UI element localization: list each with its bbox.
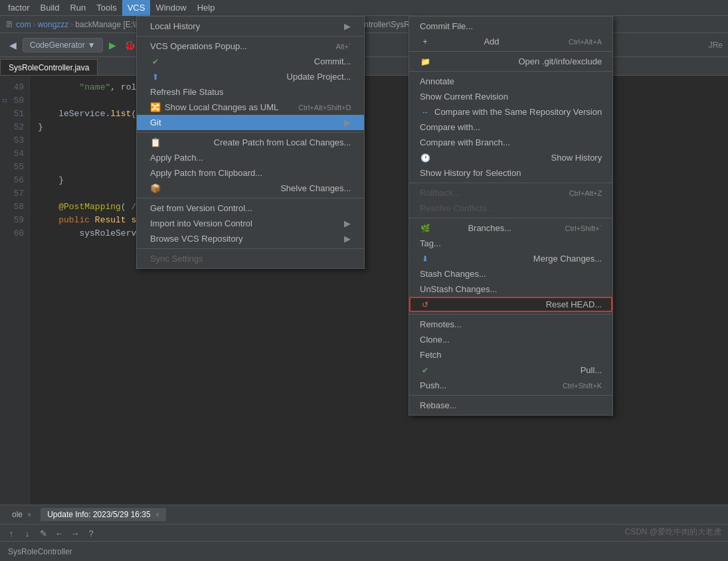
back-icon[interactable]: ◀ — [5, 38, 20, 52]
fwd-nav-btn[interactable]: → — [69, 527, 81, 539]
git-open-exclude[interactable]: 📁 Open .git/info/exclude — [409, 54, 612, 69]
vcs-apply-patch[interactable]: Apply Patch... — [137, 150, 364, 165]
git-compare-branch[interactable]: Compare with Branch... — [409, 135, 612, 150]
git-compare-same[interactable]: ↔ Compare with the Same Repository Versi… — [409, 104, 612, 120]
bottom-tab-ole-label: ole — [12, 510, 23, 519]
git-unstash-label: UnStash Changes... — [420, 284, 497, 294]
bottom-tab-ole[interactable]: ole × — [5, 508, 38, 521]
bottom-tabs: ole × Update Info: 2023/5/29 16:35 × — [0, 505, 728, 524]
git-div-4 — [409, 218, 612, 218]
vcs-shelve[interactable]: 📦 Shelve Changes... — [137, 181, 364, 196]
vcs-browse[interactable]: Browse VCS Repository ▶ — [137, 231, 364, 246]
vcs-create-patch[interactable]: 📋 Create Patch from Local Changes... — [137, 135, 364, 150]
bottom-tab-ole-close[interactable]: × — [27, 511, 31, 519]
git-div-1 — [409, 51, 612, 52]
code-generator-label: CodeGenerator — [30, 40, 85, 50]
vcs-shelve-label: Shelve Changes... — [280, 183, 351, 193]
git-stash[interactable]: Stash Changes... — [409, 266, 612, 281]
git-reset-head[interactable]: ↺ Reset HEAD... — [409, 297, 612, 312]
menu-vcs[interactable]: VCS — [122, 0, 151, 16]
git-compare-icon: ↔ — [420, 108, 430, 117]
bottom-panel: ole × Update Info: 2023/5/29 16:35 × ↑ ↓… — [0, 505, 728, 541]
menu-tools[interactable]: Tools — [91, 0, 122, 16]
breadcrumb-sep1: › — [33, 20, 36, 29]
vcs-commit[interactable]: ✔ Commit... — [137, 54, 364, 69]
git-pull-label: Pull... — [581, 365, 602, 375]
git-compare-with[interactable]: Compare with... — [409, 120, 612, 135]
vcs-apply-patch-label: Apply Patch... — [150, 153, 203, 163]
git-show-revision[interactable]: Show Current Revision — [409, 89, 612, 104]
git-commit-file[interactable]: Commit File... — [409, 19, 612, 34]
git-branches[interactable]: 🌿 Branches... Ctrl+Shift+` — [409, 220, 612, 236]
vcs-local-history[interactable]: Local History ▶ — [137, 19, 364, 34]
git-merge[interactable]: ⬇ Merge Changes... — [409, 251, 612, 266]
vcs-get-from-vcs[interactable]: Get from Version Control... — [137, 200, 364, 216]
file-tab-label: SysRoleController.java — [9, 63, 89, 72]
back-nav-btn[interactable]: ← — [53, 527, 65, 539]
vcs-browse-arrow: ▶ — [344, 234, 351, 244]
vcs-apply-clipboard-label: Apply Patch from Clipboard... — [150, 168, 262, 178]
git-rollback[interactable]: Rollback... Ctrl+Alt+Z — [409, 185, 612, 200]
git-branches-shortcut: Ctrl+Shift+` — [565, 224, 602, 232]
line-56: 56 — [0, 174, 29, 187]
git-tag-label: Tag... — [420, 238, 441, 248]
git-resolve-conflicts: Resolve Conflicts... — [409, 200, 612, 216]
vcs-divider-4 — [137, 248, 364, 249]
breadcrumb-sep2: › — [70, 20, 73, 29]
edit-btn[interactable]: ✎ — [37, 527, 49, 539]
breadcrumb-wongzzz[interactable]: wongzzz — [38, 20, 69, 29]
git-add[interactable]: + Add Ctrl+Alt+A — [409, 34, 612, 49]
bottom-tab-update[interactable]: Update Info: 2023/5/29 16:35 × — [41, 508, 166, 521]
line-52: 52 — [0, 121, 29, 134]
vcs-git-label: Git — [150, 118, 161, 127]
file-tab-sysrole[interactable]: SysRoleController.java — [0, 59, 98, 75]
git-push-label: Push... — [420, 380, 446, 390]
run-icon[interactable]: ▶ — [106, 38, 120, 52]
vcs-patch-icon: 📋 — [150, 137, 161, 147]
vcs-refresh-label: Refresh File Status — [150, 87, 224, 97]
menu-window[interactable]: Window — [150, 0, 191, 16]
vcs-show-uml[interactable]: 🔀 Show Local Changes as UML Ctrl+Alt+Shi… — [137, 100, 364, 115]
git-reset-label: Reset HEAD... — [546, 299, 602, 309]
git-clone[interactable]: Clone... — [409, 332, 612, 347]
git-tag[interactable]: Tag... — [409, 236, 612, 251]
vcs-import-arrow: ▶ — [344, 218, 351, 228]
git-remotes[interactable]: Remotes... — [409, 317, 612, 332]
vcs-git[interactable]: Git ▶ — [137, 115, 364, 130]
vcs-operations-shortcut: Alt+` — [336, 42, 351, 50]
vcs-refresh-status[interactable]: Refresh File Status — [137, 84, 364, 100]
vcs-update-label: Update Project... — [287, 72, 351, 82]
watermark: CSDN @爱吃牛肉的大老虎 — [624, 526, 721, 538]
vcs-import-label: Import into Version Control — [150, 218, 252, 228]
vcs-local-history-label: Local History — [150, 21, 200, 31]
git-rebase[interactable]: Rebase... — [409, 398, 612, 413]
breadcrumb-com[interactable]: com — [16, 20, 31, 29]
vcs-operations-popup[interactable]: VCS Operations Popup... Alt+` — [137, 39, 364, 54]
menu-build[interactable]: Build — [35, 0, 65, 16]
git-pull[interactable]: ✔ Pull... — [409, 362, 612, 378]
scroll-up-btn[interactable]: ↑ — [5, 527, 17, 539]
vcs-update-project[interactable]: ⬆ Update Project... — [137, 69, 364, 84]
line-53: 53 — [0, 134, 29, 147]
code-content[interactable]: "name", role.getName()); leService.list(… — [30, 76, 728, 505]
menu-factor[interactable]: factor — [3, 0, 35, 16]
vcs-commit-icon: ✔ — [150, 57, 161, 66]
git-fetch[interactable]: Fetch — [409, 347, 612, 362]
debug-icon[interactable]: 🐞 — [123, 38, 137, 52]
git-show-history-selection[interactable]: Show History for Selection — [409, 165, 612, 181]
status-filename: SysRoleController — [8, 547, 72, 556]
vcs-apply-clipboard[interactable]: Apply Patch from Clipboard... — [137, 165, 364, 181]
git-unstash[interactable]: UnStash Changes... — [409, 281, 612, 297]
menu-help[interactable]: Help — [192, 0, 221, 16]
vcs-uml-icon: 🔀 — [150, 102, 161, 112]
bottom-tab-update-close[interactable]: × — [155, 511, 159, 519]
scroll-down-btn[interactable]: ↓ — [21, 527, 33, 539]
git-show-history[interactable]: 🕐 Show History — [409, 150, 612, 165]
git-annotate[interactable]: Annotate — [409, 74, 612, 89]
code-generator-btn[interactable]: CodeGenerator ▼ — [23, 38, 103, 52]
help-btn[interactable]: ? — [85, 527, 97, 539]
vcs-import[interactable]: Import into Version Control ▶ — [137, 216, 364, 231]
vcs-shelve-icon: 📦 — [150, 183, 161, 193]
menu-run[interactable]: Run — [64, 0, 91, 16]
git-push[interactable]: Push... Ctrl+Shift+K — [409, 378, 612, 393]
